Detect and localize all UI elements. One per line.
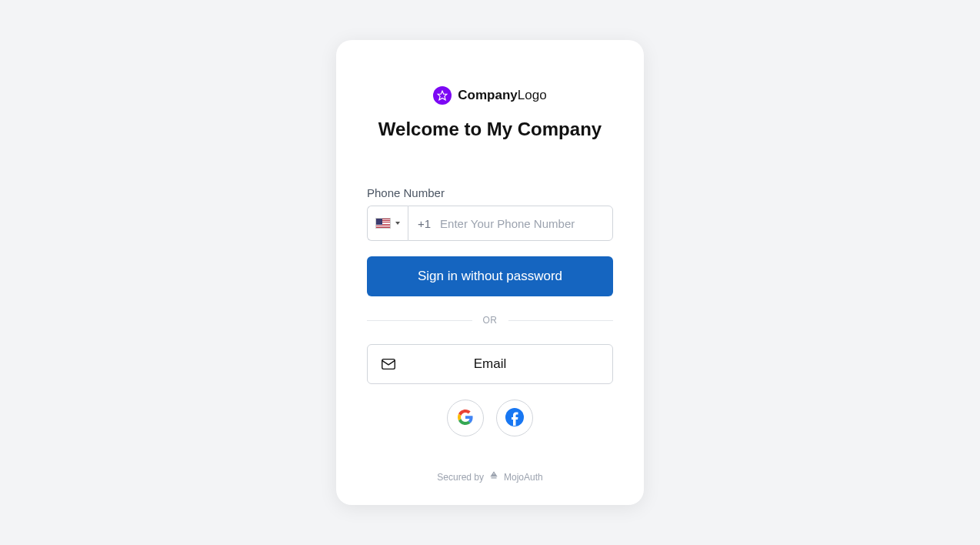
divider: OR	[367, 315, 613, 326]
svg-rect-1	[382, 359, 395, 369]
dial-code: +1	[418, 217, 431, 230]
email-signin-button[interactable]: Email	[367, 344, 613, 384]
provider-name: MojoAuth	[504, 472, 543, 483]
company-logo: CompanyLogo	[433, 86, 546, 105]
footer: Secured by MojoAuth	[437, 470, 542, 483]
social-login-row	[447, 400, 533, 436]
secured-by-text: Secured by	[437, 472, 484, 483]
divider-text: OR	[483, 315, 498, 326]
phone-input[interactable]	[440, 217, 603, 230]
wizard-icon	[488, 470, 499, 483]
phone-input-container: +1	[408, 206, 613, 241]
facebook-icon	[505, 408, 524, 429]
logo-text-light: Logo	[518, 88, 547, 102]
email-icon	[380, 356, 397, 373]
phone-label: Phone Number	[367, 186, 445, 199]
logo-star-icon	[433, 86, 452, 105]
login-card: CompanyLogo Welcome to My Company Phone …	[336, 40, 644, 505]
page-title: Welcome to My Company	[378, 119, 602, 140]
svg-marker-0	[438, 91, 448, 100]
google-signin-button[interactable]	[447, 400, 484, 436]
signin-button[interactable]: Sign in without password	[367, 256, 613, 296]
logo-text: CompanyLogo	[458, 88, 546, 103]
logo-text-bold: Company	[458, 88, 517, 102]
divider-line-right	[508, 320, 614, 321]
svg-point-3	[493, 473, 494, 474]
us-flag-icon	[375, 218, 391, 229]
phone-field-group: +1	[367, 206, 613, 241]
country-code-selector[interactable]	[367, 206, 408, 241]
divider-line-left	[367, 320, 472, 321]
email-button-label: Email	[474, 356, 507, 372]
google-icon	[458, 410, 473, 427]
facebook-signin-button[interactable]	[496, 400, 533, 436]
chevron-down-icon	[395, 222, 400, 225]
